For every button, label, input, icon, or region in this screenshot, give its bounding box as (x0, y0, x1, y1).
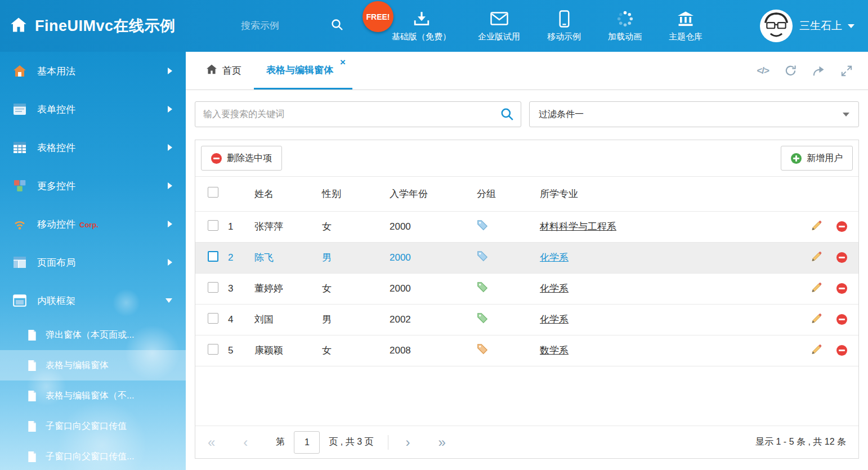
nav-item-loading-animations[interactable]: 加载动画 (608, 10, 642, 42)
nav-item-basic-edition[interactable]: FREE! 基础版（免费） (392, 10, 451, 42)
row-checkbox[interactable] (208, 220, 218, 231)
delete-icon[interactable] (836, 314, 847, 325)
page-number-input[interactable] (294, 431, 320, 454)
edit-icon[interactable] (811, 312, 822, 327)
search-icon[interactable] (331, 19, 343, 33)
refresh-icon[interactable] (785, 65, 797, 77)
tab-bar: 首页 表格与编辑窗体 × </> (186, 52, 868, 90)
table-row[interactable]: 1 张萍萍 女 2000 材料科学与工程系 (195, 211, 858, 242)
sidebar-subitem-label: 子窗口向父窗口传值 (46, 420, 127, 432)
top-search-input[interactable] (241, 20, 331, 32)
major-link[interactable]: 化学系 (540, 252, 569, 263)
table-row[interactable]: 4 刘国 男 2002 化学系 (195, 304, 858, 335)
tab-grid-edit-window[interactable]: 表格与编辑窗体 × (254, 52, 352, 89)
home-logo-icon (10, 17, 27, 35)
major-link[interactable]: 数学系 (540, 345, 569, 356)
tag-icon (477, 220, 488, 234)
sidebar-item-label: 表单控件 (37, 103, 75, 116)
pagination-bar: « ‹ 第 页 , 共 3 页 › » 显示 1 - 5 条 , 共 12 条 (195, 426, 858, 458)
add-user-label: 新增用户 (807, 153, 843, 164)
row-checkbox[interactable] (208, 251, 218, 262)
table-row[interactable]: 5 康颖颖 女 2008 数学系 (195, 335, 858, 366)
sidebar-item-page-layout[interactable]: 页面布局 (0, 243, 186, 281)
free-badge: FREE! (363, 1, 393, 32)
share-icon[interactable] (812, 65, 825, 77)
mobile-icon (559, 10, 570, 28)
expand-icon[interactable] (841, 65, 852, 77)
row-checkbox[interactable] (208, 282, 218, 293)
table-header-row: 姓名 性别 入学年份 分组 所学专业 (195, 177, 858, 211)
tab-home[interactable]: 首页 (194, 52, 254, 89)
sidebar-subitem-child-to-parent-2[interactable]: 子窗口向父窗口传值... (0, 441, 186, 470)
delete-icon[interactable] (836, 252, 847, 263)
column-header-group[interactable]: 分组 (477, 177, 540, 211)
column-header-name[interactable]: 姓名 (254, 177, 322, 211)
sidebar-item-more-controls[interactable]: 更多控件 (0, 167, 186, 205)
users-table: 姓名 性别 入学年份 分组 所学专业 1 张萍萍 (195, 177, 858, 366)
source-code-icon[interactable]: </> (757, 65, 769, 77)
nav-label: 企业版试用 (478, 32, 520, 42)
edit-icon[interactable] (811, 343, 822, 358)
sidebar-item-form-controls[interactable]: 表单控件 (0, 90, 186, 128)
chevron-right-icon (168, 221, 172, 227)
prev-page-button[interactable]: ‹ (243, 436, 248, 449)
row-gender: 男 (322, 304, 390, 335)
row-name: 陈飞 (254, 242, 322, 273)
add-user-button[interactable]: 新增用户 (781, 146, 853, 171)
sidebar-item-mobile-controls[interactable]: 移动控件 Corp. (0, 205, 186, 243)
sidebar-subitem-popup-window[interactable]: 弹出窗体（本页面或... (0, 320, 186, 350)
keyword-search-input[interactable] (195, 101, 521, 127)
plus-circle-icon (791, 153, 802, 164)
page-label-prefix: 第 (276, 436, 285, 448)
column-header-major[interactable]: 所学专业 (540, 177, 790, 211)
nav-item-theme-store[interactable]: 主题仓库 (669, 10, 703, 42)
sidebar-item-basic-usage[interactable]: 基本用法 (0, 52, 186, 90)
nav-item-enterprise-trial[interactable]: 企业版试用 (478, 10, 520, 42)
sidebar-item-label: 表格控件 (37, 141, 75, 154)
sidebar-item-iframe[interactable]: 内联框架 (0, 281, 186, 320)
column-header-year[interactable]: 入学年份 (390, 177, 477, 211)
sidebar-item-label: 基本用法 (37, 65, 75, 78)
major-link[interactable]: 材料科学与工程系 (540, 221, 616, 232)
row-year: 2002 (390, 304, 477, 335)
page-label-suffix: 页 , 共 3 页 (329, 436, 373, 448)
edit-icon[interactable] (811, 281, 822, 296)
row-checkbox[interactable] (208, 313, 218, 324)
table-row[interactable]: 3 董婷婷 女 2000 化学系 (195, 273, 858, 304)
major-link[interactable]: 化学系 (540, 314, 569, 325)
column-header-gender[interactable]: 性别 (322, 177, 390, 211)
home-icon (12, 64, 27, 78)
keyword-search (195, 101, 521, 127)
next-page-button[interactable]: › (405, 436, 410, 449)
filter-dropdown[interactable]: 过滤条件一 (529, 101, 859, 127)
sidebar-subitem-grid-edit-window[interactable]: 表格与编辑窗体 (0, 350, 186, 381)
nav-label: 主题仓库 (669, 32, 703, 42)
sidebar-subitem-child-to-parent[interactable]: 子窗口向父窗口传值 (0, 411, 186, 441)
row-checkbox[interactable] (208, 344, 218, 355)
tag-icon (477, 281, 488, 296)
user-menu[interactable]: 三生石上 (760, 10, 868, 42)
delete-selected-button[interactable]: 删除选中项 (201, 146, 282, 171)
filter-dropdown-value: 过滤条件一 (539, 109, 584, 120)
last-page-button[interactable]: » (438, 436, 445, 449)
edit-icon[interactable] (811, 250, 822, 265)
nav-item-mobile-examples[interactable]: 移动示例 (547, 10, 581, 42)
grid-toolbar: 删除选中项 新增用户 (195, 140, 858, 177)
close-icon[interactable]: × (340, 57, 346, 67)
select-all-checkbox[interactable] (208, 187, 218, 198)
first-page-button[interactable]: « (208, 436, 215, 449)
pager-divider (388, 435, 388, 450)
sidebar: 基本用法 表单控件 表格控件 更多 (0, 52, 186, 470)
major-link[interactable]: 化学系 (540, 283, 569, 294)
search-icon[interactable] (500, 108, 514, 123)
app-root: FineUIMvc在线示例 FREE! 基础版（免费） 企业版试用 (0, 0, 868, 470)
sidebar-item-grid-controls[interactable]: 表格控件 (0, 128, 186, 167)
edit-icon[interactable] (811, 220, 822, 234)
delete-icon[interactable] (836, 283, 847, 294)
sidebar-item-label: 移动控件 (37, 218, 75, 231)
table-row[interactable]: 2 陈飞 男 2000 化学系 (195, 242, 858, 273)
delete-icon[interactable] (836, 221, 847, 232)
sidebar-subitem-grid-edit-window-2[interactable]: 表格与编辑窗体（不... (0, 381, 186, 411)
delete-icon[interactable] (836, 345, 847, 356)
brand[interactable]: FineUIMvc在线示例 (0, 16, 225, 36)
